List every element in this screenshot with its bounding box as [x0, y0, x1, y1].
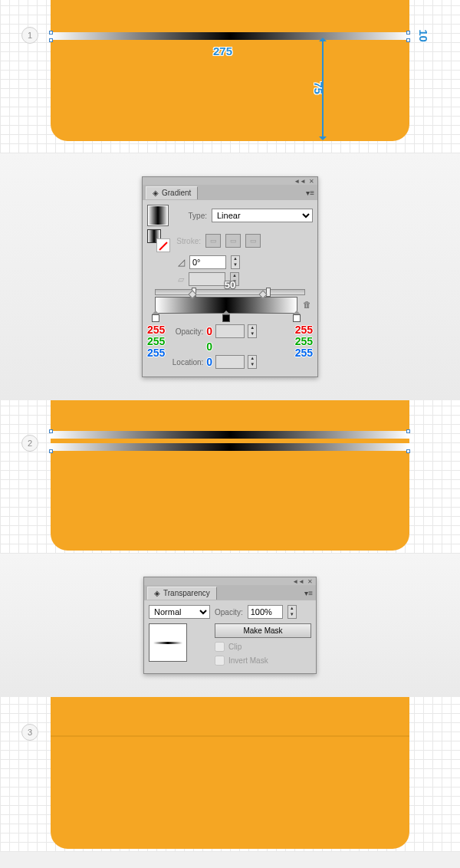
artwork-shape[interactable] [51, 400, 409, 551]
artwork-shape[interactable] [51, 0, 409, 141]
angle-icon: ◿ [178, 257, 185, 268]
stop-mid-rgb: Opacity: 0 ▲▼ 0 Location: 0 ▲▼ [169, 324, 290, 369]
invert-mask-checkbox: Invert Mask [215, 656, 311, 666]
fill-stroke-picker[interactable] [147, 229, 170, 252]
collapse-icon[interactable]: ◄◄ [292, 578, 304, 585]
tab-transparency[interactable]: ◈ Transparency [147, 587, 217, 600]
angle-stepper[interactable]: ▲▼ [231, 255, 240, 269]
location-stepper: ▲▼ [248, 355, 257, 369]
opacity-input [215, 324, 245, 338]
selection-handle[interactable] [49, 38, 53, 42]
stroke-none-icon[interactable] [156, 238, 170, 252]
opacity-label: Opacity: [169, 327, 203, 336]
panel-tabbar: ◈ Transparency ▾≡ [144, 585, 316, 600]
blend-mode-select[interactable]: Normal [149, 605, 210, 619]
artwork-shape[interactable] [51, 697, 409, 849]
tab-label: Gradient [162, 189, 191, 197]
diamond-icon: ◈ [153, 189, 159, 197]
gradient-ramp[interactable] [155, 297, 297, 314]
tab-gradient[interactable]: ◈ Gradient [146, 186, 198, 199]
opacity-stepper: ▲▼ [248, 324, 257, 338]
selection-handle[interactable] [406, 31, 410, 35]
gradient-panel[interactable]: ◄◄ ✕ ◈ Gradient ▾≡ Type: Linear [142, 176, 318, 377]
dimension-width: 275 [213, 44, 232, 58]
close-icon[interactable]: ✕ [307, 578, 313, 585]
stroke-type-2: ▭ [225, 234, 241, 248]
selection-handle[interactable] [406, 449, 410, 453]
gradient-swatch[interactable] [147, 205, 169, 226]
type-label: Type: [181, 212, 207, 220]
subtle-line [51, 735, 409, 737]
invert-check [215, 656, 225, 666]
clip-checkbox: Clip [215, 642, 311, 652]
selection-handle[interactable] [49, 31, 53, 35]
panel-body: Type: Linear Stroke: ▭ ▭ ▭ ◿ ▲▼ [143, 200, 317, 376]
clip-check [215, 642, 225, 652]
angle-input[interactable] [189, 255, 226, 269]
selection-handle[interactable] [49, 429, 53, 433]
selection-handle[interactable] [49, 449, 53, 453]
panel-area-gradient: ◄◄ ✕ ◈ Gradient ▾≡ Type: Linear [0, 153, 460, 400]
measure-arrow [322, 40, 324, 138]
stop-left-rgb: 255 255 255 [147, 324, 165, 359]
canvas-step-2[interactable]: 2 [0, 400, 460, 554]
thumbnail-preview[interactable] [149, 623, 187, 662]
panel-handle[interactable]: ◄◄ ✕ [144, 577, 316, 585]
location-label: Location: [169, 358, 203, 367]
aspect-input [189, 272, 225, 286]
midpoint-value: 50 [225, 279, 235, 291]
selection-handle[interactable] [406, 429, 410, 433]
spacer-stripe [51, 440, 409, 442]
gradient-bar[interactable] [51, 443, 409, 451]
location-input [215, 355, 245, 369]
stroke-label: Stroke: [175, 237, 201, 245]
midpoint-slider[interactable]: 50 [155, 289, 305, 295]
panel-tabbar: ◈ Gradient ▾≡ [143, 185, 317, 200]
aspect-icon: ▱ [178, 275, 184, 284]
gradient-bar[interactable] [51, 32, 409, 40]
gradient-stop-right[interactable] [293, 307, 301, 322]
canvas-step-1[interactable]: 1 275 10 75 [0, 0, 460, 153]
dimension-height: 10 [417, 29, 430, 42]
close-icon[interactable]: ✕ [309, 178, 314, 185]
gradient-stop-left[interactable] [152, 307, 159, 322]
opacity-label: Opacity: [215, 608, 243, 616]
canvas-step-3[interactable]: 3 [0, 697, 460, 852]
type-select[interactable]: Linear [212, 209, 313, 222]
diamond-icon: ◈ [154, 589, 160, 597]
panel-area-transparency: ◄◄ ✕ ◈ Transparency ▾≡ Normal Opacity: ▲… [0, 554, 460, 697]
transparency-panel[interactable]: ◄◄ ✕ ◈ Transparency ▾≡ Normal Opacity: ▲… [143, 577, 317, 674]
stroke-type-1: ▭ [205, 234, 221, 248]
step-badge-3: 3 [21, 724, 38, 741]
step-badge-1: 1 [21, 27, 38, 44]
panel-handle[interactable]: ◄◄ ✕ [143, 177, 317, 185]
thumbnail-mark [153, 642, 182, 644]
make-mask-button[interactable]: Make Mask [215, 623, 311, 638]
stroke-type-3: ▭ [245, 234, 261, 248]
gradient-bar[interactable] [51, 431, 409, 439]
tab-label: Transparency [163, 589, 210, 597]
panel-menu-icon[interactable]: ▾≡ [304, 589, 313, 597]
step-badge-2: 2 [21, 435, 38, 452]
selection-handle[interactable] [406, 38, 410, 42]
panel-menu-icon[interactable]: ▾≡ [306, 189, 314, 197]
trash-icon[interactable]: 🗑 [303, 300, 311, 309]
collapse-icon[interactable]: ◄◄ [294, 178, 306, 185]
opacity-input[interactable] [248, 605, 283, 619]
stop-right-rgb: 255 255 255 [295, 324, 313, 359]
panel-body: Normal Opacity: ▲▼ Make Mask Clip [144, 600, 316, 673]
opacity-stepper[interactable]: ▲▼ [288, 605, 297, 619]
gradient-stop-mid[interactable] [222, 307, 230, 322]
